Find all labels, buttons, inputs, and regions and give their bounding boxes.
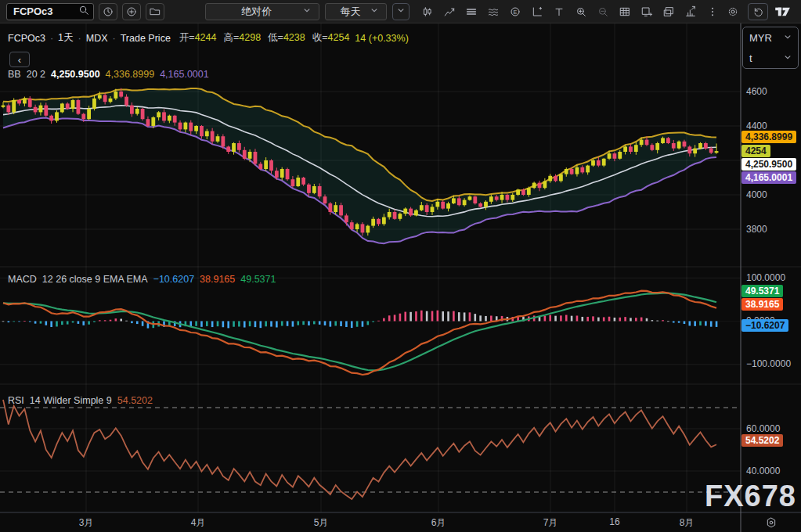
macd-legend: MACD 12 26 close 9 EMA EMA −10.6207 38.9… bbox=[8, 274, 276, 285]
price-tick: 4000 bbox=[746, 189, 767, 201]
symbol-legend: FCPOc3· 1天· MDX· Trade Price 开=4244高=429… bbox=[8, 31, 409, 45]
rsi-tick: 60.0000 bbox=[746, 423, 780, 435]
price-badge: 4,250.9500 bbox=[741, 158, 796, 171]
settings-gear-icon bbox=[727, 5, 739, 18]
zoom-out-button[interactable] bbox=[593, 2, 613, 21]
macd-badge: 38.9165 bbox=[741, 298, 783, 311]
time-axis[interactable]: 3月4月5月6月7月168月 bbox=[0, 512, 801, 532]
unit-label: t bbox=[749, 52, 782, 64]
interval-label: 每天 bbox=[332, 5, 369, 19]
bb-name: BB bbox=[8, 69, 21, 80]
folder-button[interactable] bbox=[146, 3, 164, 20]
rsi-badge: 54.5202 bbox=[741, 434, 783, 447]
layers-button[interactable] bbox=[461, 2, 482, 21]
legend-change: 14 (+0.33%) bbox=[355, 33, 408, 44]
undo-button[interactable] bbox=[748, 3, 768, 20]
time-label: 5月 bbox=[314, 516, 329, 530]
rsi-name: RSI bbox=[8, 395, 24, 406]
price-mode-label: 绝对价 bbox=[212, 5, 301, 19]
price-badge: 4254 bbox=[741, 145, 770, 157]
macd-hist-value: −10.6207 bbox=[153, 274, 194, 285]
svg-text:E: E bbox=[514, 8, 518, 15]
back-button[interactable]: ‹ bbox=[9, 52, 30, 67]
text-tool-button[interactable] bbox=[549, 2, 569, 21]
ohlc-item: 收=4254 bbox=[312, 31, 350, 45]
price-tick: 3800 bbox=[746, 224, 767, 235]
bb-basis-value: 4,250.9500 bbox=[51, 69, 100, 80]
legend-interval: 1天 bbox=[58, 31, 73, 45]
macd-line-value: 38.9165 bbox=[200, 274, 235, 285]
undo-icon bbox=[752, 5, 764, 18]
time-label: 6月 bbox=[431, 516, 446, 530]
interval-dropdown[interactable]: 每天 bbox=[325, 3, 387, 20]
session-settings-button[interactable] bbox=[741, 512, 801, 532]
layout-icon bbox=[662, 5, 675, 18]
plus-circle-icon bbox=[125, 5, 138, 18]
legend-ohlc: 开=4244高=4298低=4238收=4254 bbox=[179, 31, 350, 45]
time-label: 7月 bbox=[543, 516, 558, 530]
price-mode-dropdown[interactable]: 绝对价 bbox=[205, 3, 319, 20]
clock-button[interactable] bbox=[99, 3, 117, 20]
price-axis[interactable]: 4600440040003800100.00000.0000−100.00006… bbox=[741, 23, 801, 512]
folder-icon bbox=[149, 5, 161, 18]
indicators-button[interactable] bbox=[439, 2, 460, 21]
trading-terminal: 绝对价 每天 E FCPOc3· 1天· MDX· Trade Price 开=… bbox=[0, 0, 801, 532]
axis-unit-controls: MYR t bbox=[742, 27, 799, 69]
macd-badge: 49.5371 bbox=[741, 285, 783, 297]
zoom-in-button[interactable] bbox=[571, 2, 591, 21]
top-toolbar: 绝对价 每天 E bbox=[0, 0, 801, 23]
e-circle-button[interactable]: E bbox=[505, 2, 525, 21]
price-badge: 4,165.0001 bbox=[741, 171, 796, 184]
ohlc-item: 高=4298 bbox=[223, 31, 261, 45]
search-icon bbox=[78, 4, 90, 20]
macd-tick: −100.0000 bbox=[746, 358, 791, 370]
text-tool-icon bbox=[553, 5, 565, 18]
snapshot-button[interactable] bbox=[637, 2, 657, 21]
more-menu-button[interactable] bbox=[702, 2, 723, 21]
zoom-in-icon bbox=[575, 5, 587, 18]
time-label: 8月 bbox=[680, 516, 695, 530]
collapse-toolbar-button[interactable] bbox=[392, 3, 410, 20]
toolbar-icons: E bbox=[417, 2, 723, 21]
plus-circle-button[interactable] bbox=[122, 3, 141, 20]
waves-icon bbox=[487, 5, 500, 18]
toolbar-left-buttons bbox=[94, 3, 164, 20]
time-label: 3月 bbox=[79, 516, 94, 530]
tradingview-logo bbox=[773, 2, 793, 21]
rsi-value: 54.5202 bbox=[117, 395, 153, 406]
publish-button[interactable] bbox=[680, 2, 701, 21]
toolbar-right bbox=[723, 2, 801, 21]
clock-icon bbox=[102, 5, 114, 18]
macd-name: MACD bbox=[8, 274, 37, 285]
grid-icon bbox=[619, 5, 631, 18]
publish-icon bbox=[684, 5, 697, 18]
currency-label: MYR bbox=[749, 32, 782, 44]
layout-button[interactable] bbox=[658, 2, 679, 21]
macd-signal-value: 49.5371 bbox=[240, 274, 276, 285]
chart-canvas[interactable] bbox=[0, 0, 801, 532]
watermark: FX678 bbox=[705, 480, 796, 513]
chevron-down-icon bbox=[369, 5, 380, 18]
unit-dropdown[interactable]: t bbox=[743, 48, 798, 68]
symbol-search-input[interactable] bbox=[13, 5, 78, 17]
rsi-tick: 40.0000 bbox=[746, 466, 780, 477]
symbol-search-box[interactable] bbox=[6, 3, 94, 20]
chevron-down-icon bbox=[395, 5, 406, 18]
price-tick: 4600 bbox=[746, 86, 767, 98]
grid-button[interactable] bbox=[615, 2, 635, 21]
snapshot-icon bbox=[640, 5, 653, 18]
chevron-down-icon bbox=[782, 52, 793, 65]
bb-lower-value: 4,165.0001 bbox=[160, 69, 209, 80]
time-label: 4月 bbox=[191, 516, 206, 530]
chevron-down-icon bbox=[301, 5, 312, 18]
currency-dropdown[interactable]: MYR bbox=[743, 27, 798, 48]
candlestick-button[interactable] bbox=[417, 2, 438, 21]
waves-button[interactable] bbox=[483, 2, 503, 21]
zoom-out-icon bbox=[597, 5, 609, 18]
macd-badge: −10.6207 bbox=[741, 319, 788, 332]
macd-tick: 100.0000 bbox=[746, 272, 785, 284]
legend-symbol: FCPOc3 bbox=[8, 33, 45, 44]
settings-gear-button[interactable] bbox=[723, 2, 743, 21]
measure-button[interactable] bbox=[527, 2, 547, 21]
ohlc-item: 低=4238 bbox=[268, 31, 305, 45]
